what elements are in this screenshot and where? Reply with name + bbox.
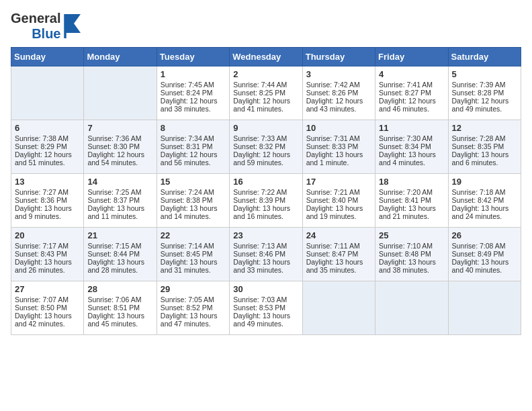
- calendar-cell: 11Sunrise: 7:30 AMSunset: 8:34 PMDayligh…: [375, 120, 448, 174]
- calendar-cell: 22Sunrise: 7:14 AMSunset: 8:45 PMDayligh…: [157, 228, 229, 281]
- cell-data-line: Sunset: 8:25 PM: [233, 89, 298, 97]
- cell-data-line: Sunset: 8:40 PM: [306, 196, 371, 204]
- cell-data-line: Sunrise: 7:28 AM: [452, 134, 517, 142]
- cell-data-line: Sunset: 8:50 PM: [15, 304, 80, 312]
- weekday-header: Wednesday: [230, 48, 302, 66]
- calendar-cell: [11, 66, 84, 120]
- cell-data-line: Sunset: 8:34 PM: [379, 142, 444, 150]
- calendar-cell: [302, 281, 375, 335]
- cell-data-line: Daylight: 13 hours and 35 minutes.: [306, 258, 371, 274]
- cell-data-line: Daylight: 13 hours and 31 minutes.: [161, 258, 226, 274]
- calendar-cell: 17Sunrise: 7:21 AMSunset: 8:40 PMDayligh…: [302, 174, 375, 228]
- cell-data-line: Sunrise: 7:27 AM: [15, 188, 80, 196]
- day-number: 14: [87, 177, 152, 187]
- calendar-cell: 18Sunrise: 7:20 AMSunset: 8:41 PMDayligh…: [375, 174, 448, 228]
- cell-data-line: Sunrise: 7:25 AM: [87, 188, 152, 196]
- cell-data-line: Daylight: 13 hours and 28 minutes.: [87, 258, 152, 274]
- day-number: 29: [161, 284, 226, 294]
- weekday-header: Tuesday: [157, 48, 229, 66]
- day-number: 24: [306, 230, 371, 240]
- cell-data-line: Daylight: 13 hours and 33 minutes.: [233, 258, 298, 274]
- cell-data-line: Sunset: 8:42 PM: [452, 196, 517, 204]
- cell-data-line: Sunset: 8:41 PM: [379, 196, 444, 204]
- cell-data-line: Sunrise: 7:18 AM: [452, 188, 517, 196]
- cell-data-line: Sunset: 8:52 PM: [161, 304, 226, 312]
- calendar-cell: 21Sunrise: 7:15 AMSunset: 8:44 PMDayligh…: [84, 228, 157, 281]
- cell-data-line: Sunset: 8:37 PM: [87, 196, 152, 204]
- day-number: 11: [379, 123, 444, 133]
- calendar-cell: 7Sunrise: 7:36 AMSunset: 8:30 PMDaylight…: [84, 120, 157, 174]
- day-number: 21: [87, 230, 152, 240]
- cell-data-line: Sunrise: 7:08 AM: [452, 242, 517, 250]
- day-number: 20: [15, 230, 80, 240]
- cell-data-line: Daylight: 12 hours and 54 minutes.: [87, 150, 152, 167]
- cell-data-line: Sunrise: 7:34 AM: [161, 134, 226, 142]
- weekday-header: Saturday: [448, 48, 521, 66]
- calendar-cell: 26Sunrise: 7:08 AMSunset: 8:49 PMDayligh…: [448, 228, 521, 281]
- cell-data-line: Daylight: 12 hours and 56 minutes.: [161, 150, 226, 167]
- calendar-cell: 2Sunrise: 7:44 AMSunset: 8:25 PMDaylight…: [230, 66, 302, 120]
- day-number: 5: [452, 69, 517, 79]
- calendar-week-row: 6Sunrise: 7:38 AMSunset: 8:29 PMDaylight…: [11, 120, 521, 174]
- cell-data-line: Sunrise: 7:30 AM: [379, 134, 444, 142]
- cell-data-line: Sunset: 8:46 PM: [233, 250, 298, 258]
- cell-data-line: Sunrise: 7:11 AM: [306, 242, 371, 250]
- cell-data-line: Daylight: 12 hours and 49 minutes.: [452, 97, 517, 113]
- day-number: 3: [306, 69, 371, 79]
- cell-data-line: Sunset: 8:27 PM: [379, 89, 444, 97]
- calendar-cell: 10Sunrise: 7:31 AMSunset: 8:33 PMDayligh…: [302, 120, 375, 174]
- weekday-header: Monday: [84, 48, 157, 66]
- cell-data-line: Daylight: 13 hours and 47 minutes.: [161, 312, 226, 328]
- cell-data-line: Daylight: 13 hours and 14 minutes.: [161, 204, 226, 220]
- day-number: 25: [379, 230, 444, 240]
- cell-data-line: Sunset: 8:33 PM: [306, 142, 371, 150]
- cell-data-line: Daylight: 12 hours and 38 minutes.: [161, 97, 226, 113]
- cell-data-line: Sunrise: 7:22 AM: [233, 188, 298, 196]
- cell-data-line: Sunset: 8:45 PM: [161, 250, 226, 258]
- cell-data-line: Sunset: 8:24 PM: [161, 89, 226, 97]
- calendar-table: SundayMondayTuesdayWednesdayThursdayFrid…: [11, 47, 521, 335]
- calendar-cell: 23Sunrise: 7:13 AMSunset: 8:46 PMDayligh…: [230, 228, 302, 281]
- cell-data-line: Sunset: 8:43 PM: [15, 250, 80, 258]
- day-number: 27: [15, 284, 80, 294]
- calendar-cell: 28Sunrise: 7:06 AMSunset: 8:51 PMDayligh…: [84, 281, 157, 335]
- day-number: 10: [306, 123, 371, 133]
- calendar-week-row: 27Sunrise: 7:07 AMSunset: 8:50 PMDayligh…: [11, 281, 521, 335]
- calendar-cell: 14Sunrise: 7:25 AMSunset: 8:37 PMDayligh…: [84, 174, 157, 228]
- cell-data-line: Sunrise: 7:45 AM: [161, 81, 226, 89]
- calendar-cell: 13Sunrise: 7:27 AMSunset: 8:36 PMDayligh…: [11, 174, 84, 228]
- cell-data-line: Daylight: 13 hours and 38 minutes.: [379, 258, 444, 274]
- day-number: 22: [161, 230, 226, 240]
- cell-data-line: Sunrise: 7:41 AM: [379, 81, 444, 89]
- cell-data-line: Sunset: 8:39 PM: [233, 196, 298, 204]
- calendar-cell: 6Sunrise: 7:38 AMSunset: 8:29 PMDaylight…: [11, 120, 84, 174]
- calendar-cell: 3Sunrise: 7:42 AMSunset: 8:26 PMDaylight…: [302, 66, 375, 120]
- cell-data-line: Sunrise: 7:05 AM: [161, 295, 226, 304]
- day-number: 9: [233, 123, 298, 133]
- day-number: 13: [15, 177, 80, 187]
- page-header: General Blue: [11, 11, 521, 42]
- cell-data-line: Sunrise: 7:14 AM: [161, 242, 226, 250]
- cell-data-line: Daylight: 12 hours and 41 minutes.: [233, 97, 298, 113]
- logo-flag-icon: [62, 13, 82, 40]
- day-number: 23: [233, 230, 298, 240]
- day-number: 8: [161, 123, 226, 133]
- cell-data-line: Sunrise: 7:06 AM: [87, 295, 152, 304]
- svg-marker-0: [65, 14, 81, 33]
- calendar-cell: 5Sunrise: 7:39 AMSunset: 8:28 PMDaylight…: [448, 66, 521, 120]
- calendar-cell: 30Sunrise: 7:03 AMSunset: 8:53 PMDayligh…: [230, 281, 302, 335]
- logo-general: General: [11, 11, 60, 26]
- cell-data-line: Sunset: 8:36 PM: [15, 196, 80, 204]
- cell-data-line: Sunrise: 7:15 AM: [87, 242, 152, 250]
- day-number: 30: [233, 284, 298, 294]
- calendar-cell: 1Sunrise: 7:45 AMSunset: 8:24 PMDaylight…: [157, 66, 229, 120]
- logo: General Blue: [11, 11, 82, 42]
- calendar-cell: 8Sunrise: 7:34 AMSunset: 8:31 PMDaylight…: [157, 120, 229, 174]
- cell-data-line: Sunrise: 7:36 AM: [87, 134, 152, 142]
- cell-data-line: Sunrise: 7:10 AM: [379, 242, 444, 250]
- cell-data-line: Sunrise: 7:07 AM: [15, 295, 80, 304]
- day-number: 1: [161, 69, 226, 79]
- cell-data-line: Daylight: 13 hours and 49 minutes.: [233, 312, 298, 328]
- cell-data-line: Daylight: 13 hours and 16 minutes.: [233, 204, 298, 220]
- calendar-week-row: 1Sunrise: 7:45 AMSunset: 8:24 PMDaylight…: [11, 66, 521, 120]
